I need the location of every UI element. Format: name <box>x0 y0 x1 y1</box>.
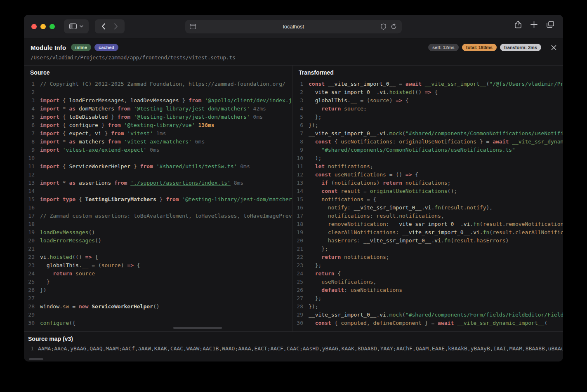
code-line: 28}); <box>292 303 563 311</box>
line-number: 21 <box>24 245 35 253</box>
code-line: 8 const { useNotifications: originalUseN… <box>292 138 563 146</box>
share-icon[interactable] <box>515 21 521 28</box>
code-line: 4 return source; <box>292 105 563 113</box>
code-line: 1const __vite_ssr_import_0__ = await __v… <box>292 80 563 88</box>
line-number: 23 <box>292 261 303 270</box>
code-line: 16 notify: __vite_ssr_import_0__.vi.fn(r… <box>292 204 563 212</box>
reload-icon[interactable] <box>391 23 397 30</box>
line-number: 12 <box>24 171 35 179</box>
code-line: 4import * as domMatchers from '@testing-… <box>24 105 292 113</box>
code-line: 14 <box>24 187 292 195</box>
code-line: 2__vite_ssr_import_0__.vi.hoisted(() => … <box>292 88 563 96</box>
code-line: 16 <box>24 204 292 212</box>
line-number: 23 <box>24 261 35 270</box>
line-number: 10 <box>292 154 303 162</box>
line-number: 12 <box>292 171 303 179</box>
source-code: 1// Copyright (C) 2012-2025 Zammad Found… <box>24 80 292 327</box>
line-number: 14 <box>24 187 35 195</box>
code-line: 24 return source <box>24 270 292 278</box>
code-line: 25 useNotifications, <box>292 278 563 286</box>
code-line: 10 <box>24 154 292 162</box>
close-panel-button[interactable] <box>551 45 556 50</box>
transformed-panel-title: Transformed <box>292 66 563 80</box>
module-file-path: /Users/vladimir/Projects/zammad/app/fron… <box>31 54 556 61</box>
source-panel: Source 1// Copyright (C) 2012-2025 Zamma… <box>24 66 292 331</box>
minimize-window-button[interactable] <box>40 24 46 29</box>
line-number: 11 <box>24 162 35 171</box>
line-number: 27 <box>292 294 303 303</box>
window-controls <box>31 24 55 29</box>
sidebar-toggle-button[interactable] <box>64 19 89 33</box>
forward-button[interactable] <box>114 23 118 30</box>
line-number: 24 <box>292 270 303 278</box>
transformed-code: 1const __vite_ssr_import_0__ = await __v… <box>292 80 563 327</box>
inline-badge: inline <box>71 44 91 51</box>
code-line: 15import type { TestingLibraryMatchers }… <box>24 195 292 204</box>
code-line: 19loadDevMessages() <box>24 228 292 237</box>
code-line: 9 "#shared/components/CommonNotification… <box>292 146 563 154</box>
line-number: 6 <box>24 121 35 129</box>
code-line: 20loadErrorMessages() <box>24 237 292 245</box>
line-number: 28 <box>292 303 303 311</box>
line-number: 13 <box>292 179 303 187</box>
horizontal-scrollbar[interactable] <box>173 327 222 329</box>
code-line: 15 notifications = { <box>292 195 563 204</box>
code-line: 24 return { <box>292 270 563 278</box>
line-number: 16 <box>24 204 35 212</box>
line-number: 20 <box>24 237 35 245</box>
line-number: 11 <box>292 162 303 171</box>
code-line: 30configure({ <box>24 319 292 327</box>
line-number: 30 <box>24 319 35 327</box>
page-title: Module Info <box>31 44 66 51</box>
page-icon <box>190 24 196 29</box>
code-line: 11import { ServiceWorkerHelper } from '#… <box>24 162 292 171</box>
line-number: 13 <box>24 179 35 187</box>
code-line: 22 return notifications; <box>292 253 563 261</box>
code-line: 17// Zammad custom assertions: toBeAvata… <box>24 212 292 220</box>
code-line: 26 default: useNotifications <box>292 286 563 294</box>
code-line: 5 }; <box>292 113 563 121</box>
line-number: 7 <box>24 129 35 138</box>
horizontal-scrollbar[interactable] <box>29 358 43 360</box>
code-line: 12 <box>24 171 292 179</box>
line-number: 1 <box>24 80 35 88</box>
line-number: 22 <box>292 253 303 261</box>
code-line: 23 globalThis.__ = (source) => { <box>24 261 292 270</box>
code-line: 11 let notifications; <box>292 162 563 171</box>
close-window-button[interactable] <box>31 24 37 29</box>
tab-overview-icon[interactable] <box>547 21 554 28</box>
line-number: 2 <box>24 88 35 96</box>
line-number: 6 <box>292 121 303 129</box>
new-tab-icon[interactable] <box>530 21 537 28</box>
navigation-buttons <box>95 19 125 33</box>
line-number: 17 <box>292 212 303 220</box>
line-number: 17 <box>24 212 35 220</box>
code-line: 26}) <box>24 286 292 294</box>
source-panel-title: Source <box>24 66 292 80</box>
code-line: 9import 'vitest-axe/extend-expect' 0ms <box>24 146 292 154</box>
line-number: 28 <box>24 303 35 311</box>
cached-badge: cached <box>94 44 118 51</box>
line-number: 4 <box>292 105 303 113</box>
titlebar-actions <box>515 21 554 28</box>
code-line: 2 <box>24 88 292 96</box>
line-number: 9 <box>292 146 303 154</box>
code-line: 1// Copyright (C) 2012-2025 Zammad Found… <box>24 80 292 88</box>
line-number: 25 <box>292 278 303 286</box>
sourcemap-section: Source map (v3) 1AAMA;AAeA,yBAAG,QAAQ,MA… <box>24 331 563 361</box>
module-info-header: Module Info inline cached self: 12ms tot… <box>24 38 563 65</box>
code-line: 5import { toBeDisabled } from '@testing-… <box>24 113 292 121</box>
line-number: 8 <box>292 138 303 146</box>
back-button[interactable] <box>101 23 106 30</box>
code-line: 3import { loadErrorMessages, loadDevMess… <box>24 96 292 105</box>
address-bar[interactable]: localhost <box>185 20 402 33</box>
line-number: 20 <box>292 237 303 245</box>
privacy-shield-icon[interactable] <box>381 23 386 30</box>
line-number: 21 <box>292 245 303 253</box>
line-number: 26 <box>292 286 303 294</box>
zoom-window-button[interactable] <box>50 24 55 29</box>
code-line: 7__vite_ssr_import_0__.vi.mock("#shared/… <box>292 129 563 138</box>
line-number: 29 <box>24 311 35 319</box>
line-number: 19 <box>24 228 35 237</box>
code-line: 20 hasErrors: __vite_ssr_import_0__.vi.f… <box>292 237 563 245</box>
